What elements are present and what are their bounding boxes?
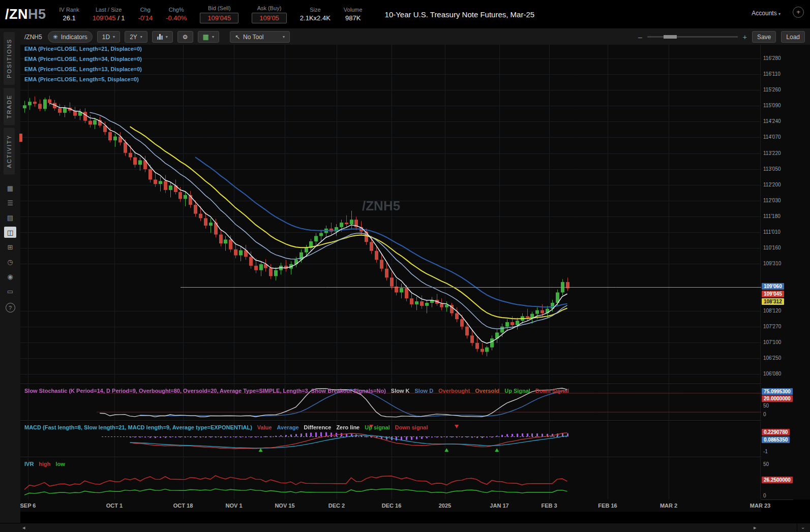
follow-traders-icon[interactable]: ◉ [4, 271, 16, 282]
time-axis-label: NOV 15 [271, 503, 299, 509]
symbol-root: /ZN [5, 7, 28, 22]
sidebar-tabs: POSITIONSTRADEACTIVITY [0, 32, 20, 175]
axis-value-box: 20.0000000 [762, 395, 793, 402]
indicators-button[interactable]: ✳Indicators [48, 31, 93, 43]
sidebar-icons: ▦☰▤◫⊞◷◉▭? [0, 179, 20, 312]
ema-21-label: EMA (Price=CLOSE, Length=21, Displace=0) [24, 46, 142, 52]
platform-menu-icon[interactable]: + [793, 7, 804, 18]
legend-item: Slow D [415, 388, 434, 394]
chart-icon[interactable]: ◫ [4, 227, 16, 238]
time-axis: SEP 6OCT 1OCT 18NOV 1NOV 15DEC 2DEC 1620… [20, 499, 761, 512]
axis-label: 108'120 [763, 308, 781, 314]
axis-label: 114'240 [763, 118, 781, 124]
axis-label: 107'100 [763, 339, 781, 345]
panel-divider [20, 420, 793, 421]
axis-label: 115'260 [763, 87, 781, 92]
ivr-panel-canvas[interactable] [20, 458, 761, 499]
zoom-in-button[interactable]: + [743, 33, 747, 41]
symbol: /ZNH5 [5, 7, 46, 22]
axis-label: 111'180 [763, 213, 781, 219]
axis-value-box: 108'312 [762, 298, 784, 305]
archive-icon[interactable]: ▭ [4, 286, 16, 297]
panel-divider [20, 384, 793, 384]
indicators-label: Indicators [61, 34, 87, 41]
price-alert-marker [19, 134, 22, 142]
legend-item: Down Signal [535, 388, 569, 394]
layout-grid-icon: ▦ [203, 33, 209, 41]
stat-label: Chg [140, 7, 151, 13]
scroll-right-icon[interactable]: ▸ [754, 524, 757, 531]
chevron-down-icon[interactable]: ⌄ [797, 524, 808, 531]
header-stat: Chg-0'14 [138, 7, 153, 22]
time-axis-label: FEB 16 [593, 503, 622, 509]
drawing-tool-select[interactable]: ↖No Tool▾ [230, 31, 290, 43]
range-select[interactable]: 2Y▾ [125, 31, 147, 43]
ema-13-label: EMA (Price=CLOSE, Length=13, Displace=0) [24, 66, 142, 72]
zoom-slider-thumb[interactable] [664, 35, 677, 39]
legend-item: Down signal [395, 424, 428, 430]
stat-value: 109'045 [200, 13, 238, 23]
time-axis-label: DEC 2 [322, 503, 351, 509]
stat-value: 2.1Kx2.4K [300, 14, 331, 22]
header-stat: Size2.1Kx2.4K [300, 7, 331, 22]
axis-label: 116'110 [763, 71, 781, 77]
chart-type-select[interactable]: ▾ [152, 31, 173, 43]
stochastic-legend: Slow Stochastic (K Period=14, D Period=9… [24, 388, 569, 394]
history-icon[interactable]: ◷ [4, 256, 16, 267]
axis-label: 106'250 [763, 355, 781, 361]
time-axis-label: 2025 [431, 503, 459, 509]
time-axis-label: OCT 18 [169, 503, 197, 509]
gear-icon: ⚙ [183, 34, 188, 41]
ema-34-label: EMA (Price=CLOSE, Length=34, Displace=0) [24, 56, 142, 62]
macd-legend: MACD (Fast length=8, Slow length=21, MAC… [24, 424, 428, 430]
instrument-title: 10-Year U.S. Treasury Note Futures, Mar-… [385, 10, 535, 19]
toolbar-symbol-label: /ZNH5 [24, 34, 42, 41]
axis-label: 50 [763, 461, 769, 467]
layout-select[interactable]: ▦▾ [198, 31, 219, 43]
header-stats: IV Rank26.1Last / Size109'045 / 1Chg-0'1… [59, 5, 376, 23]
legend-item: Average [277, 424, 299, 430]
chart-toolbar: /ZNH5 ✳Indicators 1D▾ 2Y▾ ▾ ⚙ ▦▾ ↖No Too… [20, 29, 810, 45]
legend-item: Up Signal [504, 388, 530, 394]
help-icon[interactable]: ? [6, 303, 15, 312]
legend-title: Slow Stochastic (K Period=14, D Period=9… [24, 388, 386, 394]
quote-board-icon[interactable]: ▦ [4, 182, 16, 194]
legend-item: low [56, 461, 65, 467]
timeframe-select[interactable]: 1D▾ [97, 31, 120, 43]
watchlist-icon[interactable]: ☰ [4, 197, 16, 208]
grid-layout-icon[interactable]: ⊞ [4, 241, 16, 253]
accounts-menu[interactable]: Accounts ▾ [752, 10, 781, 17]
header: /ZNH5 IV Rank26.1Last / Size109'045 / 1C… [0, 0, 810, 29]
stat-value: 109'045 / 1 [93, 14, 125, 22]
sidebar-tab-trade[interactable]: TRADE [4, 88, 15, 125]
time-axis-label: FEB 3 [535, 503, 563, 509]
load-button[interactable]: Load [781, 31, 805, 43]
header-stat: IV Rank26.1 [59, 7, 79, 22]
symbol-suffix: H5 [28, 7, 46, 22]
header-stat: Bid (Sell)109'045 [200, 5, 238, 23]
chart-type-icon [157, 34, 163, 40]
save-button[interactable]: Save [752, 31, 776, 43]
legend-item: Up signal [365, 424, 390, 430]
price-chart-canvas[interactable] [20, 45, 761, 384]
orders-icon[interactable]: ▤ [4, 212, 16, 223]
time-axis-label: SEP 6 [14, 503, 42, 509]
range-value: 2Y [130, 34, 137, 41]
legend-title: MACD (Fast length=8, Slow length=21, MAC… [24, 424, 252, 430]
stat-label: Bid (Sell) [208, 5, 231, 11]
chevron-down-icon: ▾ [283, 35, 285, 39]
sidebar-tab-activity[interactable]: ACTIVITY [4, 128, 15, 175]
axis-label: 112'030 [763, 198, 781, 203]
legend-item: Difference [304, 424, 332, 430]
cursor-icon: ↖ [235, 34, 240, 41]
stat-label: Size [310, 7, 320, 13]
zoom-slider[interactable] [647, 36, 738, 38]
zoom-out-button[interactable]: – [638, 33, 642, 41]
axis-value-box: 109'045 [762, 291, 784, 297]
chart-settings-button[interactable]: ⚙ [177, 31, 193, 43]
timeframe-value: 1D [102, 34, 110, 41]
sidebar-tab-positions[interactable]: POSITIONS [4, 32, 15, 85]
scroll-left-icon[interactable]: ◂ [22, 524, 25, 531]
time-axis-label: MAR 23 [746, 503, 774, 509]
axis-label: 113'220 [763, 150, 781, 156]
